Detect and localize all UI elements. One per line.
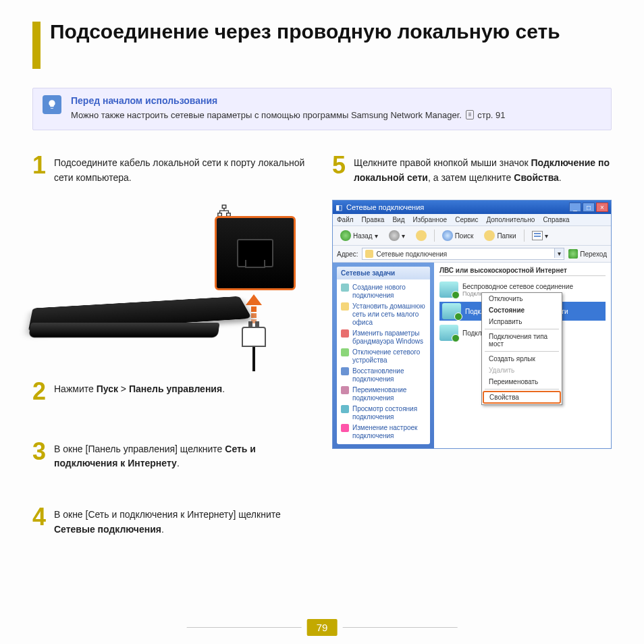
right-column: 5 Щелкните правой кнопкой мыши значок По… (332, 155, 612, 552)
page-title: Подсоединение через проводную локальную … (50, 19, 560, 45)
side-panel-item[interactable]: Восстановление подключения (338, 366, 429, 385)
back-icon (340, 230, 351, 241)
task-icon (341, 424, 349, 432)
search-icon (442, 230, 453, 241)
minimize-button[interactable]: _ (569, 203, 581, 212)
step-text: В окне [Сеть и подключения к Интернету] … (54, 506, 312, 537)
address-label: Адрес: (337, 250, 358, 258)
step-number: 3 (32, 441, 49, 471)
view-button[interactable]: ▾ (529, 230, 552, 242)
address-field[interactable]: Сетевые подключения ▾ (362, 248, 564, 260)
task-icon (341, 405, 349, 413)
menu-item[interactable]: Файл (337, 216, 354, 223)
task-icon (341, 302, 349, 311)
context-menu[interactable]: ОтключитьСостояниеИсправитьПодключения т… (481, 292, 562, 405)
close-button[interactable]: × (596, 203, 608, 212)
step-text: В окне [Панель управления] щелкните Сеть… (54, 441, 312, 471)
forward-icon (389, 230, 400, 241)
step-2: 2 Нажмите Пуск > Панель управления. (32, 381, 312, 402)
context-menu-item[interactable]: Подключения типа мост (482, 331, 562, 350)
folder-up-icon (416, 230, 427, 241)
side-panel-item[interactable]: Изменить параметры брандмауэра Windows (338, 328, 429, 347)
step-5: 5 Щелкните правой кнопкой мыши значок По… (332, 155, 612, 185)
side-panel-item[interactable]: Переименование подключения (338, 385, 429, 404)
step-text: Подсоедините кабель локальной сети к пор… (54, 155, 312, 185)
task-icon (341, 386, 349, 394)
menu-item[interactable]: Сервис (455, 216, 478, 223)
view-icon (532, 231, 543, 240)
main-panel-heading: ЛВС или высокоскоростной Интернет (439, 267, 606, 276)
side-panel-heading: Сетевые задачи (337, 267, 430, 279)
menu-item[interactable]: Вид (392, 216, 404, 223)
side-panel-item[interactable]: Изменение настроек подключения (338, 423, 429, 441)
task-icon (341, 329, 349, 338)
tip-page-ref: стр. 91 (477, 110, 505, 120)
connection-name: Беспроводное сетевое соединение (462, 283, 573, 290)
laptop-illustration (32, 205, 302, 354)
window-titlebar[interactable]: ◧ Сетевые подключения _ □ × (333, 200, 611, 214)
menu-item[interactable]: Дополнительно (486, 216, 535, 223)
step-4: 4 В окне [Сеть и подключения к Интернету… (32, 506, 312, 537)
side-panel-item[interactable]: Установить домашнюю сеть или сеть малого… (338, 301, 429, 328)
step-text: Нажмите Пуск > Панель управления. (54, 381, 225, 402)
connection-icon (442, 303, 461, 319)
window-title: Сетевые подключения (346, 203, 424, 211)
side-panel-item[interactable]: Просмотр состояния подключения (338, 404, 429, 423)
menu-item[interactable]: Избранное (412, 216, 447, 223)
folder-icon (365, 250, 373, 258)
context-menu-item[interactable]: Исправить (482, 316, 562, 327)
window-toolbar[interactable]: Назад ▾ ▾ Поиск Папки ▾ (333, 226, 611, 246)
side-panel-item[interactable]: Создание нового подключения (338, 282, 429, 301)
page-number: 79 (187, 619, 458, 636)
laptop-body (32, 293, 275, 333)
context-menu-item[interactable]: Переименовать (482, 376, 562, 387)
maximize-button[interactable]: □ (583, 203, 595, 212)
back-button[interactable]: Назад ▾ (337, 229, 381, 242)
page-title-block: Подсоединение через проводную локальную … (32, 19, 612, 69)
address-value: Сетевые подключения (376, 250, 447, 258)
tip-text-body: Можно также настроить сетевые параметры … (71, 110, 464, 120)
side-panel-item[interactable]: Отключение сетевого устройства (338, 347, 429, 366)
search-button[interactable]: Поиск (439, 229, 477, 242)
window-menubar[interactable]: ФайлПравкаВидИзбранноеСервисДополнительн… (333, 214, 611, 226)
context-menu-item[interactable]: Создать ярлык (482, 353, 562, 365)
menu-item[interactable]: Правка (362, 216, 385, 223)
context-menu-item[interactable]: Состояние (482, 304, 562, 316)
left-column: 1 Подсоедините кабель локальной сети к п… (32, 155, 312, 552)
context-menu-separator (485, 329, 559, 329)
tip-box: Перед началом использования Можно также … (32, 88, 612, 130)
go-icon (568, 249, 578, 259)
step-1: 1 Подсоедините кабель локальной сети к п… (32, 155, 312, 185)
go-button[interactable]: Переход (568, 249, 607, 259)
menu-item[interactable]: Справка (543, 216, 569, 223)
windows-screenshot: ◧ Сетевые подключения _ □ × ФайлПравкаВи… (332, 200, 612, 449)
svg-rect-0 (222, 205, 226, 209)
context-menu-item[interactable]: Отключить (482, 293, 562, 304)
folders-icon (484, 230, 495, 241)
context-menu-separator (485, 389, 559, 390)
step-number: 2 (32, 381, 49, 402)
side-panel: Сетевые задачи Создание нового подключен… (333, 263, 434, 448)
lightbulb-icon (43, 95, 61, 114)
task-icon (341, 284, 349, 292)
tip-text: Можно также настроить сетевые параметры … (71, 110, 601, 120)
folders-button[interactable]: Папки (481, 229, 519, 242)
main-panel: ЛВС или высокоскоростной Интернет Беспро… (434, 263, 611, 448)
forward-button[interactable]: ▾ (385, 229, 408, 242)
step-text: Щелкните правой кнопкой мыши значок Подк… (354, 155, 612, 185)
step-number: 4 (32, 506, 49, 537)
up-button[interactable] (412, 229, 430, 242)
task-icon (341, 348, 349, 356)
window-icon: ◧ (336, 203, 342, 212)
tip-heading: Перед началом использования (71, 95, 601, 106)
connection-icon (439, 325, 458, 341)
context-menu-item[interactable]: Свойства (483, 391, 561, 404)
chevron-down-icon[interactable]: ▾ (554, 248, 564, 258)
step-number: 5 (332, 155, 348, 185)
address-bar: Адрес: Сетевые подключения ▾ Переход (333, 246, 611, 263)
step-3: 3 В окне [Панель управления] щелкните Се… (32, 441, 312, 471)
step-number: 1 (32, 155, 49, 185)
connection-icon (439, 281, 458, 298)
context-menu-item: Удалить (482, 365, 562, 376)
title-accent-bar (32, 22, 41, 69)
